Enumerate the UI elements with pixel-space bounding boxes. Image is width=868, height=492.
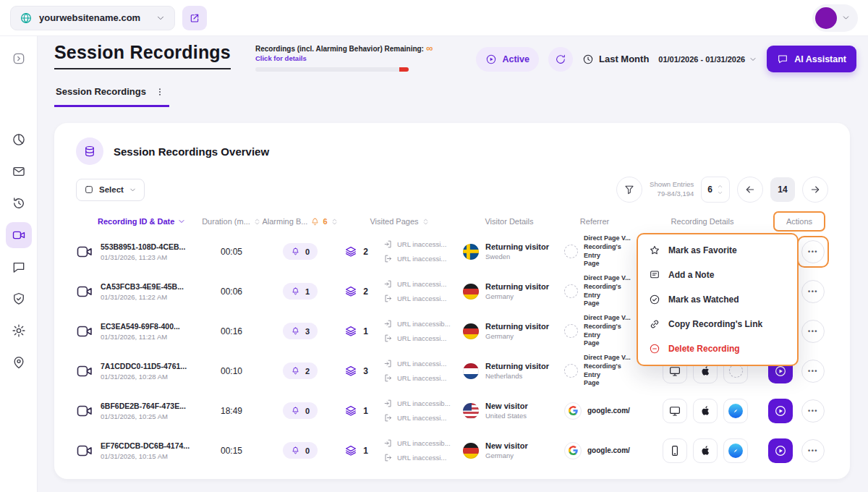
safari-icon: [723, 399, 748, 423]
recording-id[interactable]: CA53FCB3-4E9E-45B...: [101, 282, 184, 291]
refresh-button[interactable]: [548, 47, 573, 72]
sidebar-nav: [0, 36, 38, 492]
tab-session-recordings[interactable]: Session Recordings: [54, 86, 169, 107]
entry-url[interactable]: URL inaccessi...: [397, 360, 446, 368]
checkbox-icon: [84, 184, 94, 195]
select-button[interactable]: Select: [76, 179, 145, 201]
visitor-type: New visitor: [485, 441, 528, 450]
refresh-icon: [555, 54, 566, 65]
menu-item-add-a-note[interactable]: Add a Note: [638, 263, 797, 287]
menu-item-delete-recording[interactable]: Delete Recording: [638, 336, 797, 361]
website-selector[interactable]: yourwebsitename.com: [10, 6, 175, 30]
chevron-down-icon: [156, 13, 166, 23]
entry-url[interactable]: URL inaccessi...: [397, 280, 446, 288]
next-page-button[interactable]: [802, 177, 828, 203]
date-range-selector[interactable]: 01/01/2026 - 01/31/2026: [658, 55, 757, 64]
arrow-right-icon: [809, 184, 821, 195]
exit-url[interactable]: URL inaccessi...: [397, 334, 446, 342]
exit-url[interactable]: URL inaccessi...: [397, 454, 446, 462]
entry-url[interactable]: URL inaccessib...: [397, 439, 451, 447]
visitor-type: New visitor: [485, 402, 528, 410]
alarm-icon: [291, 446, 300, 455]
sidebar-item-campaigns[interactable]: [6, 158, 32, 184]
current-page-indicator[interactable]: 14: [770, 177, 795, 202]
alarm-icon: [291, 366, 300, 376]
entry-url[interactable]: URL inaccessi...: [397, 240, 446, 248]
recording-date: 01/31/2026, 11:22 AM: [101, 293, 184, 301]
play-icon: [774, 404, 787, 417]
per-page-selector[interactable]: 6: [701, 177, 730, 203]
open-website-button[interactable]: [182, 6, 207, 30]
direct-referrer-icon: [564, 324, 578, 338]
referrer-url[interactable]: google.com/: [587, 407, 630, 415]
sidebar-item-session-recordings[interactable]: [6, 222, 32, 248]
duration-value: 00:10: [199, 366, 264, 376]
entry-url[interactable]: URL inaccessib...: [397, 399, 451, 407]
exit-page-icon: [383, 254, 393, 263]
active-filter-button[interactable]: Active: [476, 47, 539, 72]
column-alarming[interactable]: Alarming B... 6: [264, 217, 336, 226]
row-actions-button[interactable]: •••: [801, 280, 825, 303]
row-actions-button[interactable]: •••: [801, 399, 825, 423]
menu-item-copy-recording-link[interactable]: Copy Recording's Link: [638, 312, 797, 336]
menu-item-mark-as-watched[interactable]: Mark as Watched: [638, 287, 797, 312]
layers-icon: [344, 245, 357, 258]
recording-id[interactable]: EC3EA549-69F8-400...: [101, 322, 180, 331]
sidebar-item-history[interactable]: [6, 190, 32, 216]
note-icon: [649, 269, 660, 281]
click-for-details-link[interactable]: Click for details: [255, 54, 409, 62]
visitor-country: Netherlands: [485, 372, 549, 380]
infinity-value: ∞: [426, 45, 433, 52]
visitor-country: Germany: [485, 332, 549, 340]
video-recording-icon: [76, 283, 93, 300]
account-menu[interactable]: [812, 4, 858, 32]
sidebar-item-feedback[interactable]: [6, 254, 32, 280]
ai-assistant-button[interactable]: AI Assistant: [767, 46, 856, 72]
prev-page-button[interactable]: [737, 177, 763, 203]
exit-url[interactable]: URL inaccessi...: [397, 294, 446, 302]
top-bar: yourwebsitename.com: [0, 0, 868, 36]
entry-url[interactable]: URL inaccessib...: [397, 320, 451, 328]
column-visited-pages[interactable]: Visited Pages: [336, 217, 463, 226]
play-recording-button[interactable]: [768, 399, 793, 423]
play-recording-button[interactable]: [768, 438, 793, 463]
exit-url[interactable]: URL inaccessi...: [397, 374, 446, 382]
row-actions-button[interactable]: •••: [801, 240, 825, 263]
alarm-icon: [291, 326, 300, 336]
sidebar-item-statistics[interactable]: [6, 127, 32, 153]
clock-icon: [582, 54, 594, 65]
recording-id[interactable]: 7A1CDDC0-11D5-4761...: [101, 362, 187, 370]
filter-button[interactable]: [616, 177, 642, 203]
stepper-icon[interactable]: [717, 183, 723, 196]
flag-sweden-icon: [463, 244, 479, 260]
sidebar-toggle-button[interactable]: [6, 46, 32, 72]
sidebar-item-privacy[interactable]: [6, 286, 32, 312]
table-row[interactable]: EF76CDCB-DC6B-4174...01/31/2026, 10:15 A…: [76, 430, 828, 470]
referrer-url[interactable]: google.com/: [587, 446, 630, 454]
row-actions-button[interactable]: •••: [801, 360, 825, 383]
gear-icon: [12, 323, 26, 338]
funnel-icon: [624, 184, 635, 195]
exit-url[interactable]: URL inaccessi...: [397, 255, 446, 263]
exit-url[interactable]: URL inaccessi...: [397, 414, 446, 422]
sidebar-item-locations[interactable]: [6, 349, 32, 376]
menu-item-mark-as-favorite[interactable]: Mark as Favorite: [638, 238, 797, 263]
kebab-menu-icon[interactable]: [155, 87, 165, 97]
row-actions-button[interactable]: •••: [801, 320, 825, 343]
recording-id[interactable]: 6BF6DE2B-764F-473E...: [101, 402, 186, 410]
recording-date: 01/31/2026, 10:28 AM: [101, 373, 187, 381]
shown-entries: Shown Entries 79-84/3,194: [650, 180, 694, 199]
sidebar-item-settings[interactable]: [6, 318, 32, 344]
play-icon: [774, 444, 787, 457]
entry-page-icon: [383, 279, 393, 289]
table-row[interactable]: 6BF6DE2B-764F-473E...01/31/2026, 10:25 A…: [76, 391, 828, 430]
recording-id[interactable]: EF76CDCB-DC6B-4174...: [101, 441, 190, 450]
visitor-country: Germany: [485, 292, 549, 300]
row-actions-button[interactable]: •••: [801, 439, 825, 462]
check-circle-icon: [649, 294, 660, 305]
recording-id[interactable]: 553B8951-108D-4CEB...: [101, 242, 185, 251]
column-recording-id[interactable]: Recording ID & Date: [76, 217, 199, 226]
alarming-total-count: 6: [323, 217, 327, 226]
column-duration[interactable]: Duration (m...: [199, 217, 264, 226]
entry-page-icon: [383, 239, 393, 249]
